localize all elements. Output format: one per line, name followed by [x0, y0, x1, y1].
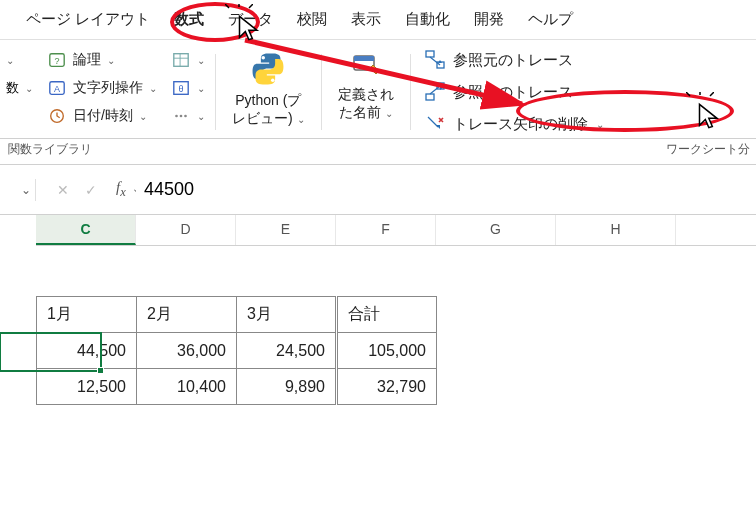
more-icon	[171, 106, 191, 126]
table-row: 44,500 36,000 24,500 105,000	[37, 333, 437, 369]
sheet-area[interactable]: 1月 2月 3月 合計 44,500 36,000 24,500 105,000…	[0, 246, 756, 405]
chevron-down-icon: ⌄	[197, 55, 205, 66]
trace-precedents-button[interactable]: 参照元のトレース	[425, 50, 604, 70]
svg-point-12	[271, 79, 275, 83]
more-functions-trunc[interactable]: ⌄	[6, 55, 33, 66]
tab-view[interactable]: 表示	[347, 6, 385, 33]
python-icon	[249, 50, 287, 88]
header-feb[interactable]: 2月	[137, 297, 237, 333]
cancel-formula-button[interactable]: ✕	[52, 180, 74, 200]
names-label-2: た名前	[339, 104, 381, 120]
ribbon-body: ⌄ 数 ⌄ ? 論理 ⌄ A 文字列操作 ⌄ 日付/時刻 ⌄	[0, 40, 756, 139]
label-trunc: 数	[6, 79, 19, 97]
tab-developer[interactable]: 開発	[470, 6, 508, 33]
svg-point-9	[180, 115, 183, 118]
column-header-h[interactable]: H	[556, 215, 676, 245]
cell[interactable]: 12,500	[37, 369, 137, 405]
defined-names-button[interactable]: 定義され た名前 ⌄	[332, 50, 400, 121]
remove-arrows-label: トレース矢印の削除	[453, 115, 588, 134]
logical-icon: ?	[47, 50, 67, 70]
chevron-down-icon: ⌄	[385, 108, 393, 119]
recent-functions-trunc[interactable]: 数 ⌄	[6, 79, 33, 97]
cell[interactable]: 10,400	[137, 369, 237, 405]
spreadsheet-grid: C D E F G H 1月 2月 3月 合計 44,500 36,000 24…	[0, 215, 756, 405]
svg-rect-15	[426, 51, 434, 57]
chevron-down-icon: ⌄	[25, 83, 33, 94]
chevron-down-icon: ⌄	[107, 55, 115, 66]
formula-bar: ⌄ ✕ ✓ fx⌄	[0, 165, 756, 215]
chevron-down-icon: ⌄	[139, 111, 147, 122]
formula-input[interactable]	[136, 175, 750, 204]
column-headers: C D E F G H	[36, 215, 756, 246]
svg-rect-17	[426, 94, 434, 100]
trace-dependents-button[interactable]: 参照先のトレース	[425, 82, 604, 102]
header-total[interactable]: 合計	[337, 297, 437, 333]
lookup-icon	[171, 50, 191, 70]
cell[interactable]: 36,000	[137, 333, 237, 369]
python-preview-button[interactable]: Python (プ レビュー) ⌄	[226, 50, 311, 127]
datetime-label: 日付/時刻	[73, 107, 133, 125]
chevron-down-icon: ⌄	[197, 111, 205, 122]
insert-function-button[interactable]: fx⌄	[108, 177, 130, 202]
logical-dropdown[interactable]: ? 論理 ⌄	[47, 50, 157, 70]
header-jan[interactable]: 1月	[37, 297, 137, 333]
cell[interactable]: 105,000	[337, 333, 437, 369]
tab-review[interactable]: 校閲	[293, 6, 331, 33]
chevron-down-icon: ⌄	[149, 83, 157, 94]
column-header-e[interactable]: E	[236, 215, 336, 245]
remove-arrows-icon	[425, 114, 445, 134]
svg-point-8	[175, 115, 178, 118]
text-label: 文字列操作	[73, 79, 143, 97]
svg-rect-14	[354, 56, 374, 61]
tab-data[interactable]: データ	[224, 6, 277, 33]
cell[interactable]: 44,500	[37, 333, 137, 369]
tab-formulas[interactable]: 数式	[170, 6, 208, 33]
text-dropdown[interactable]: A 文字列操作 ⌄	[47, 78, 157, 98]
name-box-dropdown[interactable]: ⌄	[16, 179, 36, 201]
tab-automate[interactable]: 自動化	[401, 6, 454, 33]
function-library-section-label: 関数ライブラリ	[0, 139, 98, 164]
cell[interactable]: 24,500	[237, 333, 337, 369]
clock-icon	[47, 106, 67, 126]
name-tag-icon	[350, 50, 382, 82]
svg-point-10	[184, 115, 187, 118]
cell[interactable]: 32,790	[337, 369, 437, 405]
ribbon-tabs: ページ レイアウト 数式 データ 校閲 表示 自動化 開発 ヘルプ	[0, 0, 756, 40]
text-icon: A	[47, 78, 67, 98]
trace-dependents-icon	[425, 82, 445, 102]
lookup-dropdown[interactable]: ⌄	[171, 50, 205, 70]
function-library-group: ⌄ 数 ⌄ ? 論理 ⌄ A 文字列操作 ⌄ 日付/時刻 ⌄	[6, 50, 205, 126]
chevron-down-icon: ⌄	[596, 119, 604, 130]
column-header-c[interactable]: C	[36, 215, 136, 245]
tab-help[interactable]: ヘルプ	[524, 6, 577, 33]
formula-auditing-group: 参照元のトレース 参照先のトレース トレース矢印の削除 ⌄	[421, 50, 608, 134]
theta-icon: θ	[171, 78, 191, 98]
chevron-down-icon: ⌄	[197, 83, 205, 94]
trace-precedents-label: 参照元のトレース	[453, 51, 573, 70]
svg-point-11	[262, 56, 266, 60]
svg-text:θ: θ	[178, 84, 183, 94]
datetime-dropdown[interactable]: 日付/時刻 ⌄	[47, 106, 157, 126]
logical-label: 論理	[73, 51, 101, 69]
math-dropdown[interactable]: θ ⌄	[171, 78, 205, 98]
accept-formula-button[interactable]: ✓	[80, 180, 102, 200]
python-label-2: レビュー)	[232, 110, 293, 126]
python-label-1: Python (プ	[235, 92, 301, 108]
data-table: 1月 2月 3月 合計 44,500 36,000 24,500 105,000…	[36, 296, 437, 405]
more-dropdown[interactable]: ⌄	[171, 106, 205, 126]
trace-precedents-icon	[425, 50, 445, 70]
worksheet-analysis-section-label: ワークシート分	[658, 139, 756, 164]
column-header-g[interactable]: G	[436, 215, 556, 245]
table-header-row: 1月 2月 3月 合計	[37, 297, 437, 333]
tab-page-layout[interactable]: ページ レイアウト	[22, 6, 154, 33]
cell[interactable]: 9,890	[237, 369, 337, 405]
column-header-f[interactable]: F	[336, 215, 436, 245]
chevron-down-icon: ⌄	[6, 55, 14, 66]
svg-text:?: ?	[54, 56, 59, 66]
svg-rect-5	[174, 54, 188, 67]
header-mar[interactable]: 3月	[237, 297, 337, 333]
chevron-down-icon: ⌄	[297, 114, 305, 125]
column-header-d[interactable]: D	[136, 215, 236, 245]
remove-arrows-button[interactable]: トレース矢印の削除 ⌄	[425, 114, 604, 134]
fill-handle[interactable]	[97, 367, 104, 374]
